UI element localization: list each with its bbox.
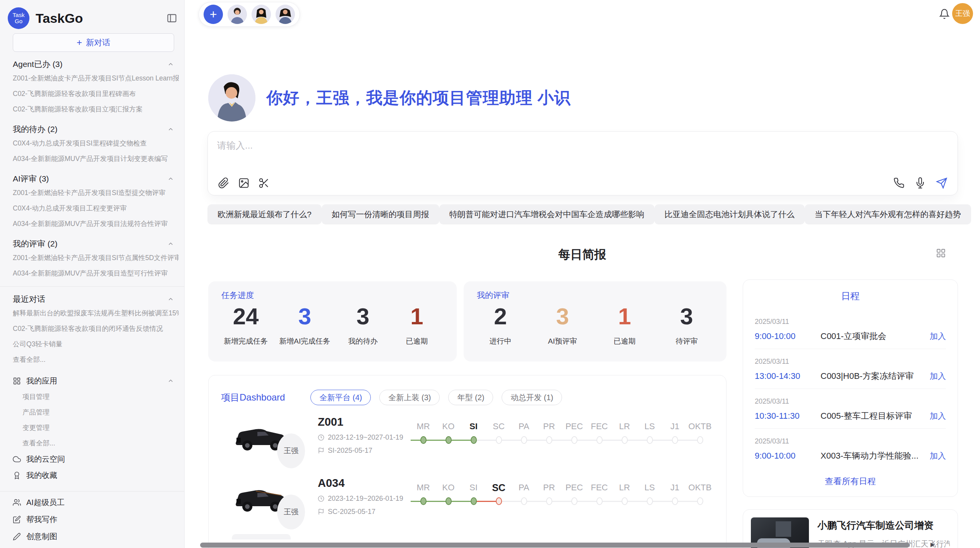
chevron-up-icon[interactable] <box>167 61 174 68</box>
recent-chat-item[interactable]: 解释最新出台的欧盟报废车法规再生塑料比例被调至15%... <box>13 305 179 321</box>
sidebar-item-my-apps[interactable]: 我的应用 <box>13 373 179 389</box>
stat-value: 3 <box>665 302 708 331</box>
scissors-icon[interactable] <box>258 177 270 189</box>
scrollbar-right-arrow[interactable]: ▶ <box>930 541 935 548</box>
microphone-icon[interactable] <box>915 177 926 189</box>
tab-powertrain[interactable]: 动总开发 (1) <box>502 390 562 405</box>
join-link[interactable]: 加入 <box>930 411 946 421</box>
stat: 24 新增完成任务 <box>224 302 268 346</box>
sidebar-task-item[interactable]: C0X4-动力总成开发项目SI里程碑提交物检查 <box>13 135 179 151</box>
section-my-review[interactable]: 我的评审 (2) <box>13 238 179 250</box>
recent-chat-item[interactable]: 公司Q3轻卡销量 <box>13 336 179 352</box>
sidebar-task-item[interactable]: A034-全新新能源MUV产品开发项目法规符合性评审 <box>13 216 179 231</box>
project-flag: SC-2025-05-17 <box>318 508 403 516</box>
layout-grid-icon[interactable] <box>936 248 946 258</box>
entry-time: 13:00-14:30 <box>755 371 821 381</box>
project-dates-text: 2023-12-19~2026-01-19 <box>328 495 403 503</box>
sidebar-item-write-helper[interactable]: 帮我写作 <box>13 511 179 528</box>
section-agent-done[interactable]: Agent已办 (3) <box>13 58 179 70</box>
suggestion-chip[interactable]: 特朗普可能对进口汽车增税会对中国车企造成哪些影响 <box>439 204 654 224</box>
app-item[interactable]: 项目管理 <box>13 389 179 404</box>
agent-avatar-2[interactable] <box>252 5 271 24</box>
greeting-text: 你好，王强，我是你的项目管理助理 小识 <box>266 87 571 109</box>
sidebar-item-creative-draw[interactable]: 创意制图 <box>13 528 179 545</box>
entry-time: 9:00-10:00 <box>755 331 821 341</box>
milestone-label: SC <box>486 481 511 494</box>
section-my-todo[interactable]: 我的待办 (2) <box>13 123 179 135</box>
sidebar-task-item[interactable]: Z001-全新燃油轻卡产品开发项目SI节点属性5D文件评审 <box>13 250 179 265</box>
suggestion-chip[interactable]: 欧洲新规最近颁布了什么? <box>207 204 322 224</box>
sidebar-item-ai-employee[interactable]: AI超级员工 <box>13 494 179 511</box>
ai-employee-label: AI超级员工 <box>26 497 65 508</box>
project-row[interactable]: 王强 A034 2023-12-19~2026-01-19 SC-2025-05… <box>209 471 726 532</box>
suggestion-chip[interactable]: 比亚迪全固态电池计划具体说了什么 <box>654 204 805 224</box>
user-avatar[interactable]: 王强 <box>952 3 973 24</box>
join-link[interactable]: 加入 <box>930 371 946 382</box>
recent-chat-item[interactable]: 查看全部... <box>13 352 179 367</box>
recent-chat-item[interactable]: C02-飞腾新能源轻客改款项目的闭环通告反馈情况 <box>13 321 179 336</box>
new-chat-button[interactable]: + 新对话 <box>13 33 174 52</box>
send-icon[interactable] <box>936 177 947 189</box>
join-link[interactable]: 加入 <box>930 331 946 342</box>
task-progress-stats: 24 新增完成任务 3 新增AI完成任务 3 我的待办 1 已逾期 <box>208 302 457 346</box>
sidebar-task-item[interactable]: Z001-全新燃油皮卡产品开发项目SI节点Lesson Learn报告 <box>13 70 179 86</box>
milestone-dot <box>420 497 427 505</box>
sidebar-task-item[interactable]: A034-全新新能源MUV产品开发项目造型可行性评审 <box>13 265 179 281</box>
app-item[interactable]: 变更管理 <box>13 420 179 435</box>
entry-date: 2025/03/11 <box>755 318 946 326</box>
chevron-up-icon[interactable] <box>167 377 174 384</box>
chat-input[interactable] <box>217 139 948 170</box>
chevron-up-icon[interactable] <box>167 240 174 247</box>
chevron-up-icon[interactable] <box>167 126 174 133</box>
agent-avatar-3[interactable] <box>276 5 295 24</box>
sidebar: Task Go TaskGo + 新对话 Agent已办 (3) Z001-全新… <box>0 0 185 548</box>
milestone-dot <box>596 436 603 444</box>
app-item[interactable]: 产品管理 <box>13 404 179 420</box>
assistant-greeting: 你好，王强，我是你的项目管理助理 小识 <box>208 74 571 122</box>
app-item[interactable]: 查看全部... <box>13 435 179 451</box>
stat-label: 已逾期 <box>396 336 438 346</box>
sidebar-task-item[interactable]: C0X4-动力总成开发项目工程变更评审 <box>13 200 179 216</box>
view-all-schedule-link[interactable]: 查看所有日程 <box>743 476 958 487</box>
sidebar-task-item[interactable]: A034-全新新能源MUV产品开发项目计划变更表编写 <box>13 151 179 166</box>
collapse-sidebar-icon[interactable] <box>166 13 177 24</box>
chevron-up-icon[interactable] <box>167 175 174 182</box>
sidebar-task-item[interactable]: Z001-全新燃油轻卡产品开发项目SI造型提交物评审 <box>13 185 179 200</box>
clock-icon <box>318 434 324 441</box>
attachment-icon[interactable] <box>218 177 230 189</box>
phone-icon[interactable] <box>893 177 905 189</box>
sidebar-item-favorites[interactable]: 我的收藏 <box>13 467 179 483</box>
chat-composer <box>207 131 958 195</box>
suggestion-chip[interactable]: 当下年轻人对汽车外观有怎样的喜好趋势 <box>805 204 971 224</box>
dashboard-header: 项目Dashboard 全新平台 (4) 全新上装 (3) 年型 (2) 动总开… <box>209 375 726 409</box>
news-card[interactable]: 小鹏飞行汽车制造公司增资 天眼查 App 显示，近日广州汇天飞行汽... <box>743 509 958 548</box>
project-row[interactable]: 王强 Z001 2023-12-19~2027-01-19 SI-2025-05… <box>209 409 726 471</box>
tab-new-body[interactable]: 全新上装 (3) <box>379 390 440 405</box>
project-owner-badge: 王强 <box>277 495 305 529</box>
section-ai-review[interactable]: AI评审 (3) <box>13 173 179 185</box>
sidebar-item-cloud-space[interactable]: 我的云空间 <box>13 451 179 467</box>
tab-year-model[interactable]: 年型 (2) <box>448 390 493 405</box>
milestone-dot <box>647 436 653 444</box>
tab-new-platform[interactable]: 全新平台 (4) <box>310 390 371 405</box>
sidebar-task-item[interactable]: C02-飞腾新能源轻客改款项目里程碑画布 <box>13 86 179 101</box>
milestone-dot <box>471 497 477 505</box>
join-link[interactable]: 加入 <box>930 450 946 461</box>
notifications-bell-icon[interactable] <box>939 9 950 19</box>
entry-name: C001-立项审批会 <box>821 331 930 342</box>
project-flag-text: SC-2025-05-17 <box>328 508 375 516</box>
image-icon[interactable] <box>238 177 250 189</box>
chevron-up-icon[interactable] <box>167 296 174 303</box>
section-recent-chats[interactable]: 最近对话 <box>13 293 179 305</box>
horizontal-scrollbar-thumb[interactable] <box>200 543 910 548</box>
add-agent-button[interactable]: + <box>204 5 223 24</box>
milestone-dot <box>420 436 427 444</box>
agent-avatar-1[interactable] <box>228 5 247 24</box>
milestone-dot <box>445 436 452 444</box>
suggestion-chip[interactable]: 如何写一份清晰的项目周报 <box>322 204 439 224</box>
project-flag-text: SI-2025-05-17 <box>328 447 372 455</box>
sidebar-task-item[interactable]: C02-飞腾新能源轻客改款项目立项汇报方案 <box>13 101 179 117</box>
milestone-dot <box>521 497 527 505</box>
milestone-label: MR <box>411 420 436 433</box>
logo-line2: Go <box>15 18 22 24</box>
